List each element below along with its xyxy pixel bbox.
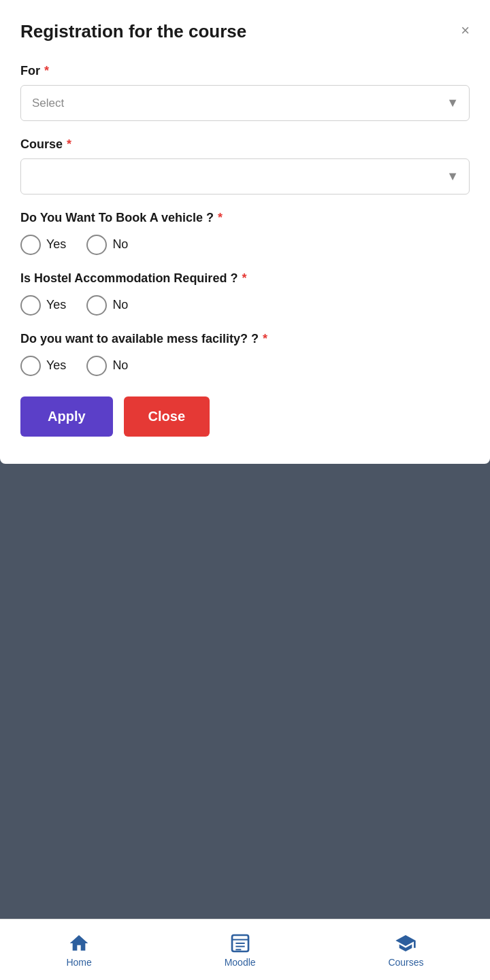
- course-select[interactable]: [20, 158, 470, 195]
- vehicle-no-option[interactable]: No: [86, 235, 128, 255]
- hostel-no-label: No: [112, 298, 128, 312]
- mess-radio-group: Yes No: [20, 356, 470, 376]
- vehicle-required-star: *: [218, 211, 223, 225]
- for-select[interactable]: Select: [20, 85, 470, 121]
- vehicle-radio-group: Yes No: [20, 235, 470, 255]
- bottom-nav: Home Moodle Courses: [0, 919, 490, 980]
- vehicle-yes-radio[interactable]: [20, 235, 41, 255]
- vehicle-question-label: Do You Want To Book A vehicle ? *: [20, 211, 470, 225]
- modal-container: Registration for the course × For * Sele…: [0, 0, 490, 464]
- buttons-row: Apply Close: [20, 396, 470, 437]
- vehicle-yes-label: Yes: [46, 237, 66, 252]
- close-button[interactable]: Close: [124, 396, 210, 437]
- vehicle-no-radio[interactable]: [86, 235, 107, 255]
- for-field-group: For * Select ▼: [20, 64, 470, 121]
- mess-field-group: Do you want to available mess facility? …: [20, 332, 470, 376]
- for-select-wrapper: Select ▼: [20, 85, 470, 121]
- hostel-yes-radio[interactable]: [20, 295, 41, 316]
- mess-yes-label: Yes: [46, 358, 66, 373]
- hostel-yes-option[interactable]: Yes: [20, 295, 66, 316]
- hostel-no-radio[interactable]: [86, 295, 107, 316]
- for-required-star: *: [44, 64, 49, 78]
- mess-required-star: *: [263, 332, 267, 346]
- course-label: Course *: [20, 137, 470, 152]
- mess-yes-radio[interactable]: [20, 356, 41, 376]
- apply-button[interactable]: Apply: [20, 396, 113, 437]
- nav-moodle-label: Moodle: [225, 957, 256, 968]
- courses-icon: [395, 932, 416, 954]
- modal-title: Registration for the course: [20, 20, 246, 44]
- nav-home-label: Home: [66, 957, 91, 968]
- home-icon: [68, 932, 90, 954]
- course-select-wrapper: ▼: [20, 158, 470, 195]
- moodle-icon: [229, 932, 251, 954]
- vehicle-no-label: No: [112, 237, 128, 252]
- hostel-question-label: Is Hostel Accommodation Required ? *: [20, 271, 470, 286]
- hostel-no-option[interactable]: No: [86, 295, 128, 316]
- course-required-star: *: [67, 137, 71, 152]
- hostel-radio-group: Yes No: [20, 295, 470, 316]
- vehicle-yes-option[interactable]: Yes: [20, 235, 66, 255]
- course-field-group: Course * ▼: [20, 137, 470, 195]
- hostel-yes-label: Yes: [46, 298, 66, 312]
- vehicle-field-group: Do You Want To Book A vehicle ? * Yes No: [20, 211, 470, 255]
- mess-no-option[interactable]: No: [86, 356, 128, 376]
- nav-item-courses[interactable]: Courses: [388, 932, 423, 968]
- modal-header: Registration for the course ×: [20, 20, 470, 44]
- nav-item-home[interactable]: Home: [66, 932, 91, 968]
- hostel-required-star: *: [242, 271, 246, 286]
- nav-courses-label: Courses: [388, 957, 423, 968]
- mess-no-radio[interactable]: [86, 356, 107, 376]
- for-label: For *: [20, 64, 470, 78]
- nav-item-moodle[interactable]: Moodle: [225, 932, 256, 968]
- mess-yes-option[interactable]: Yes: [20, 356, 66, 376]
- mess-question-label: Do you want to available mess facility? …: [20, 332, 470, 346]
- close-icon[interactable]: ×: [461, 23, 470, 38]
- hostel-field-group: Is Hostel Accommodation Required ? * Yes…: [20, 271, 470, 316]
- mess-no-label: No: [112, 358, 128, 373]
